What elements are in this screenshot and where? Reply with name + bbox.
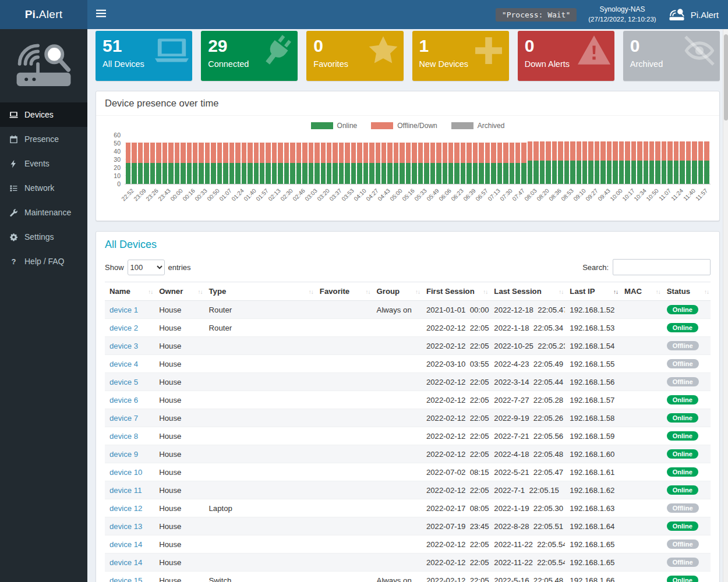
- card-all-devices[interactable]: 51All Devices: [96, 31, 192, 81]
- scrollbar-thumb[interactable]: [724, 34, 728, 120]
- device-link[interactable]: device 1: [109, 306, 138, 314]
- chart-bar: [363, 136, 368, 184]
- chart-bar: [400, 136, 404, 184]
- device-link[interactable]: device 7: [109, 414, 138, 423]
- status-badge: Online: [667, 449, 698, 459]
- table-title: All Devices: [105, 239, 711, 251]
- cell-last_session: 2022-7-1 22:05.15: [489, 481, 565, 499]
- sidebar-item-maintenance[interactable]: Maintenance: [0, 200, 87, 225]
- column-header-favorite[interactable]: Favorite↑↓: [315, 282, 372, 301]
- legend-item-archived[interactable]: Archived: [451, 122, 505, 130]
- card-favorites[interactable]: 0Favorites: [306, 31, 403, 81]
- device-link[interactable]: device 15: [109, 576, 142, 582]
- table-header-row: Name↑↓Owner↑↓Type↑↓Favorite↑↓Group↑↓Firs…: [105, 282, 711, 301]
- summary-cards: 51All Devices29Connected0Favorites1New D…: [96, 31, 720, 81]
- column-header-last-session[interactable]: Last Session↑↓: [489, 282, 565, 301]
- sidebar-item-network[interactable]: Network: [0, 176, 87, 200]
- table-row: device 11House2022-02-12 22:052022-7-1 2…: [105, 481, 711, 499]
- device-link[interactable]: device 13: [109, 522, 142, 531]
- device-link[interactable]: device 5: [109, 378, 138, 386]
- cell-status: Online: [662, 481, 711, 499]
- cell-group: [372, 481, 422, 499]
- card-new-devices[interactable]: 1New Devices: [412, 31, 509, 81]
- chart-bar: [144, 136, 149, 184]
- column-header-type[interactable]: Type↑↓: [204, 282, 315, 301]
- cell-last_ip: 192.168.1.53: [565, 319, 620, 337]
- cell-group: [372, 445, 422, 463]
- device-link[interactable]: device 3: [109, 342, 138, 350]
- host-time: (27/12/2022, 12:10:23): [588, 15, 656, 24]
- device-link[interactable]: device 9: [109, 450, 138, 459]
- cell-name: device 14: [105, 535, 154, 553]
- sidebar-item-presence[interactable]: Presence: [0, 127, 87, 151]
- chart-bar: [199, 136, 203, 184]
- device-link[interactable]: device 12: [109, 504, 142, 513]
- cell-owner: House: [154, 463, 204, 481]
- cell-first_session: 2022-02-17 08:05: [422, 499, 489, 517]
- chart-bar: [692, 136, 697, 184]
- device-link[interactable]: device 6: [109, 396, 138, 404]
- sidebar-item-label: Help / FAQ: [24, 257, 64, 266]
- column-header-owner[interactable]: Owner↑↓: [154, 282, 204, 301]
- chart-x-axis: 22:5223:0923:2623:4300:0000:1600:3300:50…: [125, 187, 711, 212]
- cell-type: [204, 517, 315, 535]
- cell-first_session: 2022-02-12 22:05: [422, 481, 489, 499]
- column-header-name[interactable]: Name↑↓: [105, 282, 154, 301]
- sidebar-item-settings[interactable]: Settings: [0, 225, 87, 249]
- sort-icon: ↑↓: [198, 288, 203, 294]
- device-link[interactable]: device 11: [109, 486, 142, 495]
- column-label: Last Session: [494, 287, 541, 296]
- legend-item-offline-down[interactable]: Offline/Down: [371, 122, 437, 130]
- sidebar-item-devices[interactable]: Devices: [0, 102, 87, 127]
- card-connected[interactable]: 29Connected: [201, 31, 298, 81]
- card-down-alerts[interactable]: 0Down Alerts: [518, 31, 614, 81]
- chart-bar: [345, 136, 349, 184]
- chart-bar: [327, 136, 331, 184]
- device-link[interactable]: device 10: [109, 468, 142, 477]
- entries-select[interactable]: 100: [128, 260, 165, 275]
- column-header-status[interactable]: Status↑↓: [662, 282, 711, 301]
- brand[interactable]: Pi.Alert: [668, 7, 719, 22]
- cell-last_ip: 192.168.1.59: [565, 427, 620, 445]
- legend-swatch: [451, 122, 473, 129]
- cell-first_session: 2022-02-12 22:05: [422, 391, 489, 409]
- sidebar-item-events[interactable]: Events: [0, 151, 87, 176]
- status-badge: Offline: [667, 359, 699, 368]
- cell-owner: House: [154, 301, 204, 319]
- chart-bar: [655, 136, 660, 184]
- sort-icon: ↑↓: [483, 288, 487, 294]
- chart-bar: [381, 136, 386, 184]
- scrollbar[interactable]: [723, 29, 728, 582]
- app-logo[interactable]: Pi.Alert: [0, 0, 87, 29]
- cell-last_ip: 192.168.1.55: [565, 355, 620, 373]
- cell-owner: House: [154, 409, 204, 427]
- cell-last_ip: 192.168.1.57: [565, 391, 620, 409]
- device-link[interactable]: device 14: [109, 558, 142, 567]
- device-link[interactable]: device 8: [109, 432, 138, 441]
- cell-name: device 14: [105, 553, 154, 572]
- cell-last_session: 2022-12-18 22:05.47: [489, 301, 565, 319]
- column-header-last-ip[interactable]: Last IP↑↓: [565, 282, 620, 301]
- column-label: Type: [209, 287, 227, 296]
- sidebar-toggle-button[interactable]: [87, 0, 114, 29]
- device-link[interactable]: device 4: [109, 360, 138, 368]
- device-link[interactable]: device 14: [109, 540, 142, 549]
- search-input[interactable]: [613, 259, 711, 275]
- legend-swatch: [311, 122, 333, 129]
- legend-label: Online: [337, 122, 358, 130]
- host-info: Synology-NAS (27/12/2022, 12:10:23): [588, 5, 656, 24]
- legend-item-online[interactable]: Online: [311, 122, 358, 130]
- question-icon: ?: [9, 258, 19, 265]
- column-header-first-session[interactable]: First Session↑↓: [422, 282, 489, 301]
- column-header-group[interactable]: Group↑↓: [372, 282, 422, 301]
- chart-bar: [704, 136, 709, 184]
- cell-name: device 8: [105, 427, 154, 445]
- sort-icon: ↑↓: [656, 288, 660, 294]
- sidebar-item-help-faq[interactable]: ?Help / FAQ: [0, 249, 87, 274]
- cell-type: Router: [204, 319, 315, 337]
- chart-bar: [625, 136, 630, 184]
- column-header-mac[interactable]: MAC↑↓: [620, 282, 662, 301]
- cell-group: [372, 409, 422, 427]
- device-link[interactable]: device 2: [109, 324, 138, 332]
- card-archived[interactable]: 0Archived: [623, 31, 720, 81]
